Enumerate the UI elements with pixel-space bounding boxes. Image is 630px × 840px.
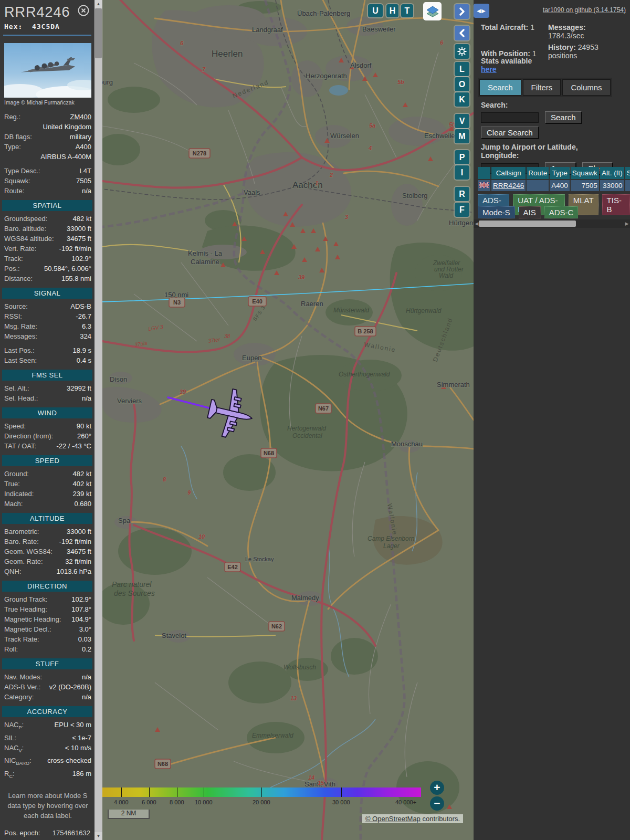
- info-value: -192 ft/min: [59, 244, 91, 254]
- osm-link[interactable]: © OpenStreetMap: [365, 815, 421, 823]
- info-row: Source:ADS-B: [4, 301, 91, 311]
- panel-collapse-icon[interactable]: [455, 26, 469, 40]
- info-row: TAT / OAT:-22 / -43 °C: [4, 441, 91, 451]
- col-alt[interactable]: Alt. (ft): [600, 167, 624, 179]
- info-label: Last Pos.:: [4, 345, 35, 355]
- search-button[interactable]: Search: [545, 111, 582, 123]
- zoom-in-button[interactable]: +: [430, 781, 444, 795]
- map-button-i[interactable]: I: [455, 165, 469, 180]
- aircraft-table: Callsign Route Type Squawk Alt. (ft) Spe…: [477, 166, 630, 192]
- info-label: NACV:: [4, 743, 24, 756]
- layers-icon[interactable]: [423, 2, 442, 20]
- info-value: A400: [76, 142, 91, 152]
- info-value: cross-checked: [47, 755, 91, 769]
- tab-filters[interactable]: Filters: [523, 79, 561, 96]
- map-button-k[interactable]: K: [455, 92, 469, 107]
- row-callsign[interactable]: RRR4246: [491, 180, 526, 191]
- col-route[interactable]: Route: [527, 167, 549, 179]
- info-label: NICBARO:: [4, 755, 32, 769]
- col-type[interactable]: Type: [550, 167, 570, 179]
- tab-search[interactable]: Search: [479, 79, 521, 96]
- aircraft-icon[interactable]: [204, 385, 258, 442]
- info-label: Track Rate:: [4, 634, 39, 644]
- info-value: 0.2: [82, 644, 91, 654]
- clear-search-button[interactable]: Clear Search: [481, 127, 539, 139]
- info-row: NACV:< 10 m/s: [4, 743, 91, 756]
- sidebar-sections: Reg.:ZM400United KingdomDB flags:militar…: [4, 112, 91, 781]
- info-value: 7505: [76, 176, 91, 186]
- svg-text:6: 6: [440, 39, 444, 46]
- info-row: Speed:90 kt: [4, 421, 91, 431]
- scrollbar-thumb[interactable]: [95, 8, 102, 58]
- map-button-f[interactable]: F: [455, 203, 469, 217]
- search-label: Search:: [481, 101, 626, 109]
- map-button-r[interactable]: R: [455, 187, 469, 201]
- info-row: Distance:155.8 nmi: [4, 274, 91, 284]
- svg-text:N62: N62: [271, 623, 282, 629]
- map-button-l[interactable]: L: [455, 62, 469, 76]
- info-value[interactable]: ZM400: [70, 112, 91, 122]
- map-button-v[interactable]: V: [455, 114, 469, 128]
- history-label: History:: [548, 43, 576, 51]
- scroll-up-icon[interactable]: ▲: [94, 0, 102, 8]
- filter-adsc[interactable]: ADS-C: [544, 206, 579, 218]
- info-value: 0.4 s: [77, 355, 91, 365]
- scroll-down-icon[interactable]: ▼: [94, 832, 102, 840]
- svg-text:Übach-Palenberg: Übach-Palenberg: [297, 9, 350, 17]
- svg-text:Lager: Lager: [383, 542, 400, 550]
- map-button-m[interactable]: M: [455, 129, 469, 143]
- svg-text:Kelmis - La: Kelmis - La: [188, 249, 223, 257]
- map-button-p[interactable]: P: [455, 150, 469, 164]
- info-row: Geom. WGS84:34675 ft: [4, 547, 91, 556]
- info-value: -192 ft/min: [59, 537, 91, 547]
- info-label: Magnetic Decl.:: [4, 624, 51, 634]
- info-row: AIRBUS A-400M: [4, 152, 91, 162]
- map-canvas[interactable]: N278 N3 E40 B 258 N67 N68 E42 N62 N68 Üb…: [102, 0, 474, 840]
- info-label: Indicated:: [4, 489, 34, 499]
- github-link[interactable]: tar1090 on github (3.14.1754): [543, 6, 626, 14]
- info-label: ADS-B Ver.:: [4, 682, 40, 692]
- row-alt: 33000: [600, 180, 624, 191]
- filter-ais[interactable]: AIS: [519, 206, 541, 218]
- info-row: Type Desc.:L4T: [4, 166, 91, 176]
- panel-toggle-icon[interactable]: ◀▶: [474, 4, 489, 18]
- col-flag[interactable]: [478, 167, 490, 179]
- svg-text:150 nmi: 150 nmi: [164, 291, 188, 299]
- horizontal-scrollbar[interactable]: ◀ ▶: [474, 219, 630, 228]
- row-squawk: 7505: [571, 180, 599, 191]
- tab-columns[interactable]: Columns: [562, 79, 610, 96]
- info-label: WGS84 altitude:: [4, 234, 54, 244]
- col-squawk[interactable]: Squawk: [571, 167, 599, 179]
- svg-text:3: 3: [345, 214, 348, 220]
- col-callsign[interactable]: Callsign: [491, 167, 526, 179]
- hscroll-thumb[interactable]: [479, 220, 576, 227]
- svg-text:1: 1: [315, 180, 318, 186]
- stats-here-link[interactable]: here: [481, 65, 497, 74]
- scroll-right-icon[interactable]: ▶: [624, 219, 630, 228]
- sidebar-scrollbar[interactable]: ▲ ▼: [94, 0, 102, 840]
- info-value: n/a: [82, 692, 91, 702]
- zoom-out-button[interactable]: −: [430, 796, 444, 811]
- total-aircraft-label: Total Aircraft:: [481, 23, 528, 32]
- info-row: NACP:EPU < 30 m: [4, 720, 91, 733]
- map-button-o[interactable]: O: [455, 77, 469, 91]
- col-speed[interactable]: Speed: [625, 167, 630, 179]
- filter-modes[interactable]: Mode-S: [478, 206, 515, 218]
- panel-expand-icon[interactable]: [455, 4, 469, 19]
- search-input[interactable]: [481, 112, 539, 123]
- map-button-t[interactable]: T: [401, 4, 413, 17]
- map-button-h[interactable]: H: [386, 4, 398, 17]
- info-value: United Kingdom: [43, 122, 92, 132]
- aircraft-row[interactable]: RRR4246 A400 7505 33000: [478, 180, 630, 191]
- settings-gear-icon[interactable]: [455, 44, 469, 59]
- info-value: 155.8 nmi: [61, 274, 91, 284]
- info-label: Baro. altitude:: [4, 224, 46, 234]
- close-icon[interactable]: [78, 5, 89, 16]
- filter-tisb[interactable]: TIS-B: [602, 194, 630, 215]
- aircraft-photo[interactable]: [4, 43, 91, 98]
- info-value: 186 m: [72, 769, 91, 782]
- pos-epoch-value: 1754661632: [52, 829, 90, 837]
- map-button-u[interactable]: U: [368, 4, 383, 17]
- info-row: SIL:≤ 1e-7: [4, 733, 91, 743]
- info-label: Pos.:: [4, 264, 20, 274]
